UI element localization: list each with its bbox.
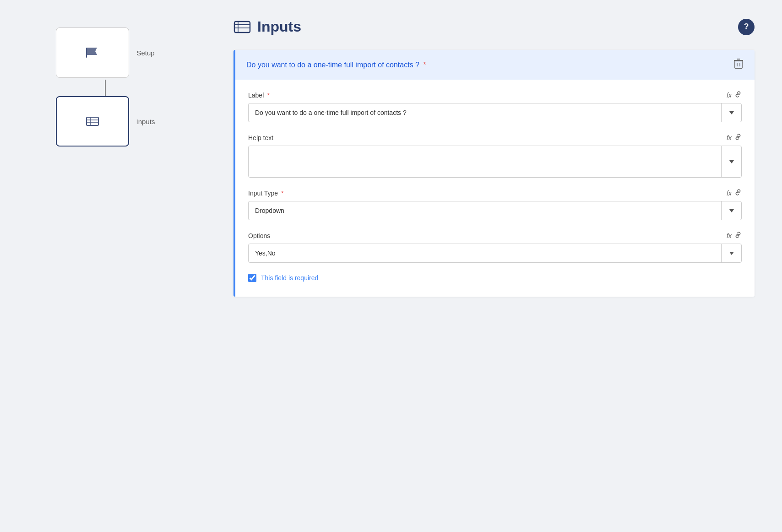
form-card-title: Do you want to do a one-time full import… (246, 61, 426, 69)
label-fx-icon[interactable]: fx (727, 92, 732, 99)
help-text-field-label: Help text (248, 134, 273, 141)
page-header: Inputs ? (234, 18, 755, 35)
options-field-label: Options (248, 232, 270, 239)
options-link-icon[interactable] (734, 231, 742, 240)
label-input[interactable] (249, 103, 721, 122)
inputs-node[interactable] (56, 96, 129, 147)
input-type-input[interactable] (249, 201, 721, 220)
help-text-fx-icon[interactable]: fx (727, 134, 732, 141)
input-type-fx-icon[interactable]: fx (727, 190, 732, 197)
inputs-label: Inputs (136, 118, 155, 125)
help-text-field-group: Help text fx (248, 133, 742, 178)
inputs-node-container: Inputs (56, 96, 155, 148)
input-type-field-input-wrapper (248, 201, 742, 220)
label-dropdown-btn[interactable] (721, 103, 741, 122)
label-link-icon[interactable] (734, 91, 742, 99)
help-text-field-icons: fx (727, 133, 742, 142)
label-dropdown-arrow (729, 111, 734, 114)
options-fx-icon[interactable]: fx (727, 232, 732, 239)
form-card: Do you want to do a one-time full import… (234, 50, 755, 297)
input-type-field-group: Input Type * fx (248, 189, 742, 220)
required-checkbox-label[interactable]: This field is required (261, 274, 318, 282)
help-text-dropdown-btn[interactable] (721, 146, 741, 177)
help-text-field-label-row: Help text fx (248, 133, 742, 142)
svg-rect-9 (735, 61, 742, 68)
input-type-dropdown-btn[interactable] (721, 201, 741, 220)
required-checkbox-row: This field is required (248, 274, 742, 282)
svg-rect-0 (86, 48, 87, 58)
form-card-header: Do you want to do a one-time full import… (235, 50, 755, 80)
svg-rect-1 (87, 117, 98, 125)
input-type-field-icons: fx (727, 189, 742, 197)
flag-icon (81, 43, 104, 62)
options-field-label-row: Options fx (248, 231, 742, 240)
main-content: Inputs ? Do you want to do a one-time fu… (211, 0, 782, 532)
setup-node-container: Setup (56, 27, 154, 96)
delete-card-button[interactable] (733, 58, 744, 71)
options-dropdown-arrow (729, 252, 734, 255)
page-title: Inputs (257, 18, 301, 35)
options-field-input-wrapper (248, 244, 742, 263)
label-field-icons: fx (727, 91, 742, 99)
setup-label: Setup (136, 49, 154, 57)
input-type-field-label-row: Input Type * fx (248, 189, 742, 197)
input-type-dropdown-arrow (729, 209, 734, 212)
label-field-input-wrapper (248, 103, 742, 122)
form-card-body: Label * fx (235, 80, 755, 297)
required-checkbox[interactable] (248, 274, 256, 282)
options-field-group: Options fx (248, 231, 742, 263)
sidebar: Setup Inputs (0, 0, 211, 532)
svg-rect-5 (234, 22, 250, 33)
label-field-group: Label * fx (248, 91, 742, 122)
help-text-input[interactable] (249, 146, 721, 177)
help-text-field-input-wrapper (248, 146, 742, 178)
help-text-dropdown-arrow (729, 160, 734, 163)
help-text-link-icon[interactable] (734, 133, 742, 142)
page-title-icon (234, 20, 251, 34)
label-field-label: Label * (248, 92, 270, 99)
card-title-text: Do you want to do a one-time full import… (246, 61, 419, 69)
grid-icon (81, 112, 104, 131)
options-input[interactable] (249, 244, 721, 262)
options-field-icons: fx (727, 231, 742, 240)
input-type-link-icon[interactable] (734, 189, 742, 197)
input-type-field-label: Input Type * (248, 190, 283, 197)
page-title-area: Inputs (234, 18, 301, 35)
connector-line (105, 80, 106, 96)
setup-node[interactable] (56, 27, 129, 78)
card-title-required: * (421, 61, 426, 69)
help-button[interactable]: ? (738, 19, 755, 35)
options-dropdown-btn[interactable] (721, 244, 741, 262)
label-field-label-row: Label * fx (248, 91, 742, 99)
